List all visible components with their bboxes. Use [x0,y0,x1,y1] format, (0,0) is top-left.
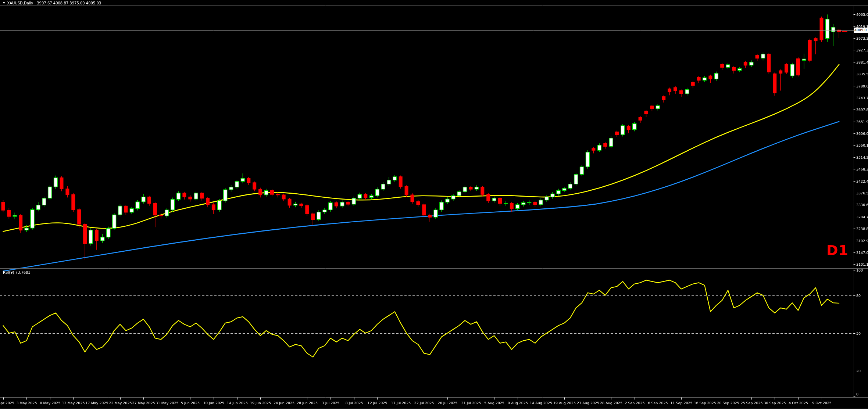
triangle-down-icon[interactable]: ▼ [3,2,5,4]
time-axis[interactable] [0,398,868,409]
rsi-panel[interactable] [0,269,854,397]
symbol-period-label: XAUUSD,Daily [7,1,33,5]
price-axis[interactable] [854,6,868,397]
chart-title-bar: ▼ XAUUSD,Daily 3997.67 4008.87 3975.09 4… [3,1,101,5]
mt4-chart-window: ▼ XAUUSD,Daily 3997.67 4008.87 3975.09 4… [0,0,868,409]
ohlc-quote-label: 3997.67 4008.87 3975.09 4005.03 [37,1,101,5]
main-price-panel[interactable] [0,6,854,268]
